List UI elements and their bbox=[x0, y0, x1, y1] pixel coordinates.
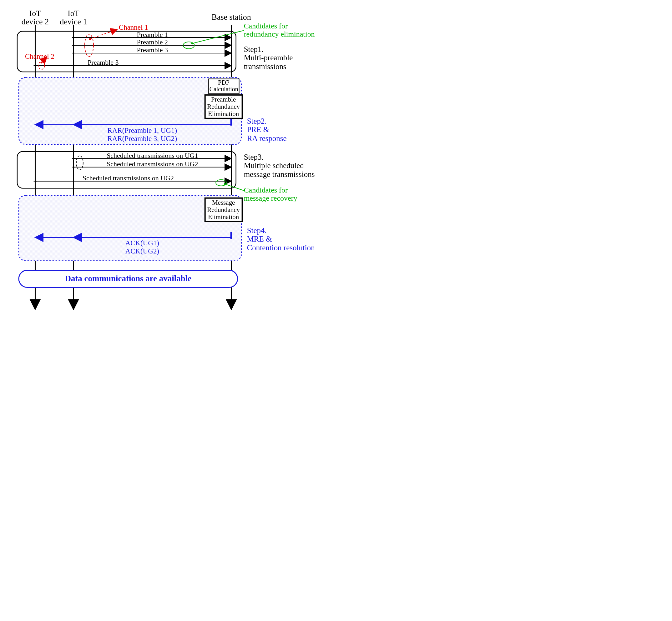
rar2-label: RAR(Preamble 3, UG2) bbox=[107, 135, 177, 142]
step4-label: Step4.MRE &Contention resolution bbox=[247, 226, 315, 252]
step3-arrow-labels: Scheduled transmissions on UG1 Scheduled… bbox=[83, 152, 198, 182]
channel2-label: Channel 2 bbox=[25, 52, 54, 60]
sched3-label: Scheduled transmissions on UG2 bbox=[83, 174, 174, 182]
ack1-label: ACK(UG1) bbox=[125, 239, 159, 247]
footer-label: Data communications are available bbox=[65, 274, 191, 283]
step1-arrow-labels: Preamble 1 Preamble 2 Preamble 3 Preambl… bbox=[87, 31, 168, 67]
candidates-redundancy-label: Candidates forredundancy elimination bbox=[244, 22, 315, 38]
actor-device1: IoTdevice 1 bbox=[60, 9, 87, 26]
candidates-recovery-pointer bbox=[225, 184, 244, 191]
preamble3b-label: Preamble 3 bbox=[87, 58, 119, 66]
preamble2-label: Preamble 2 bbox=[137, 38, 168, 46]
svg-text:Step2.PRE &RA response: Step2.PRE &RA response bbox=[247, 117, 287, 142]
ack2-label: ACK(UG2) bbox=[125, 247, 159, 255]
pre-box-label: PreambleRedundancyElimination bbox=[207, 96, 240, 118]
sched2-label: Scheduled transmissions on UG2 bbox=[107, 160, 198, 168]
rar1-label: RAR(Preamble 1, UG1) bbox=[107, 127, 177, 134]
sequence-diagram: IoTdevice 2 IoTdevice 1 Base station Pre… bbox=[6, 6, 342, 317]
svg-text:Step1.Multi-preambletransmissi: Step1.Multi-preambletransmissions bbox=[244, 45, 293, 71]
step3-label: Step3.Multiple scheduledmessage transmis… bbox=[244, 153, 315, 178]
channel1-label: Channel 1 bbox=[119, 24, 148, 31]
svg-text:Step3.Multiple scheduledmessag: Step3.Multiple scheduledmessage transmis… bbox=[244, 153, 315, 178]
svg-rect-34 bbox=[231, 232, 232, 239]
candidates-recovery-label: Candidates formessage recovery bbox=[244, 185, 298, 202]
actor-device2: IoTdevice 2 bbox=[22, 9, 49, 26]
step3-channel-marker bbox=[76, 156, 83, 170]
preamble1-label: Preamble 1 bbox=[137, 31, 168, 38]
step1-arrows bbox=[35, 38, 231, 66]
svg-text:Candidates formessage recovery: Candidates formessage recovery bbox=[244, 185, 298, 202]
sched1-label: Scheduled transmissions on UG1 bbox=[107, 152, 198, 159]
step1-label: Step1.Multi-preambletransmissions bbox=[244, 45, 293, 71]
preamble3-label: Preamble 3 bbox=[137, 46, 168, 54]
svg-text:Step4.MRE &Contention resoluti: Step4.MRE &Contention resolution bbox=[247, 226, 315, 252]
step2-label: Step2.PRE &RA response bbox=[247, 117, 287, 142]
svg-rect-21 bbox=[231, 119, 232, 126]
actor-base: Base station bbox=[212, 12, 251, 22]
svg-text:Candidates forredundancy elimi: Candidates forredundancy elimination bbox=[244, 22, 315, 38]
candidates-recovery-marker bbox=[216, 180, 226, 186]
